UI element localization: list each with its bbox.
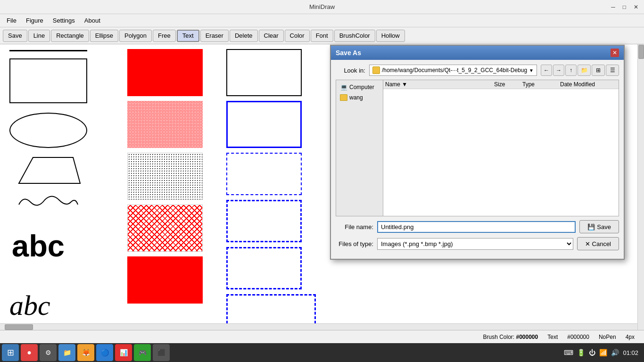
- file-name-input[interactable]: [377, 221, 576, 233]
- menu-bar: File Figure Settings About: [0, 14, 644, 27]
- view-toggle-button[interactable]: ⊞: [592, 65, 605, 76]
- taskbar-icon-1[interactable]: ●: [21, 344, 38, 361]
- place-computer[interactable]: 💻 Computer: [338, 82, 381, 92]
- dialog-close-button[interactable]: ✕: [611, 49, 619, 57]
- brushcolor-button[interactable]: BrushColor: [334, 30, 375, 42]
- rectangle-button[interactable]: Rectangle: [51, 30, 89, 42]
- files-of-type-label: Files of type:: [336, 240, 373, 247]
- save-button[interactable]: Save: [3, 30, 27, 42]
- detail-view-button[interactable]: ☰: [606, 65, 619, 76]
- path-dropdown-arrow[interactable]: ▼: [529, 68, 534, 73]
- file-type-select[interactable]: Images (*.png *.bmp *.jpg): [377, 238, 573, 250]
- red-solid-rect: [127, 49, 203, 96]
- red-dotted-rect: [127, 101, 203, 148]
- text-label: Text: [547, 334, 558, 340]
- path-bar: /home/wang/Documents/Qt-···t_5_9_2_GCC_6…: [369, 65, 537, 76]
- polygon-button[interactable]: Polygon: [119, 30, 152, 42]
- dialog-save-button[interactable]: 💾 Save: [579, 220, 619, 233]
- blue-outline-rect: [226, 101, 302, 148]
- blue-dashed-rect2: [226, 200, 302, 242]
- minimize-button[interactable]: ─: [609, 4, 617, 10]
- dialog-body: Look in: /home/wang/Documents/Qt-···t_5_…: [331, 60, 624, 259]
- clear-button[interactable]: Clear: [259, 30, 284, 42]
- keyboard-icon: ⌨: [564, 349, 573, 356]
- nav-up-button[interactable]: ↑: [565, 65, 577, 76]
- restore-button[interactable]: □: [621, 4, 628, 10]
- pen-label: NoPen: [599, 334, 616, 340]
- line-button[interactable]: Line: [28, 30, 50, 42]
- dialog-title-bar: Save As ✕: [331, 46, 624, 60]
- files-of-type-row: Files of type: Images (*.png *.bmp *.jpg…: [336, 237, 619, 250]
- look-in-label: Look in:: [336, 67, 365, 74]
- taskbar-icon-5[interactable]: 🔵: [96, 344, 113, 361]
- place-computer-label: Computer: [349, 84, 374, 90]
- taskbar: ⊞ ● ⚙ 📁 🦊 🔵 📊 🎮 ⬛ ⌨ 🔋 ⏻ 📶 🔊 01:02: [0, 343, 644, 362]
- svg-marker-0: [19, 157, 80, 183]
- start-button[interactable]: ⊞: [2, 344, 19, 361]
- title-bar: MiniDraw ─ □ ✕: [0, 0, 644, 14]
- free-button[interactable]: Free: [153, 30, 176, 42]
- folder-icon: [372, 66, 380, 74]
- taskbar-icon-4[interactable]: 🦊: [77, 344, 94, 361]
- nav-buttons: ← → ↑ 📁 ⊞ ☰: [541, 65, 619, 76]
- cross-pattern-rect: [127, 205, 203, 252]
- menu-file[interactable]: File: [2, 15, 21, 26]
- vertical-scrollbar[interactable]: [637, 44, 644, 330]
- hollow-button[interactable]: Hollow: [376, 30, 405, 42]
- place-wang[interactable]: wang: [338, 92, 381, 103]
- taskbar-icon-6[interactable]: 📊: [115, 344, 132, 361]
- cancel-icon: ✕: [585, 240, 590, 247]
- save-dialog: Save As ✕ Look in: /home/wang/Documents/…: [330, 45, 625, 260]
- new-folder-button[interactable]: 📁: [578, 65, 591, 76]
- horizontal-scrollbar[interactable]: [0, 323, 637, 330]
- menu-settings[interactable]: Settings: [48, 15, 80, 26]
- taskbar-right: ⌨ 🔋 ⏻ 📶 🔊 01:02: [564, 349, 642, 356]
- places-panel: 💻 Computer wang: [336, 80, 383, 216]
- col-size-header[interactable]: Size: [494, 81, 522, 88]
- file-list-area[interactable]: Name ▼ Size Type Date Modified: [383, 80, 619, 216]
- polygon-shape: [7, 155, 90, 186]
- free-shape: [14, 190, 80, 219]
- taskbar-icon-3[interactable]: 📁: [58, 344, 75, 361]
- place-wang-label: wang: [349, 94, 363, 101]
- wifi-icon: 📶: [599, 349, 607, 356]
- col-type-header[interactable]: Type: [522, 81, 560, 88]
- col-date-header[interactable]: Date Modified: [560, 81, 617, 88]
- dialog-cancel-button[interactable]: ✕ Cancel: [577, 237, 619, 250]
- taskbar-icon-7[interactable]: 🎮: [134, 344, 151, 361]
- taskbar-icon-2[interactable]: ⚙: [40, 344, 57, 361]
- save-icon: 💾: [587, 223, 595, 230]
- delete-button[interactable]: Delete: [230, 30, 258, 42]
- toolbar: Save Line Rectangle Ellipse Polygon Free…: [0, 27, 644, 44]
- file-browser: 💻 Computer wang Name ▼ Size Type Date Mo: [336, 80, 619, 216]
- blue-dashed-rect3: [226, 247, 302, 289]
- text-button[interactable]: Text: [177, 30, 199, 42]
- font-button[interactable]: Font: [311, 30, 333, 42]
- file-name-row: File name: 💾 Save: [336, 220, 619, 233]
- eraser-button[interactable]: Eraser: [200, 30, 229, 42]
- nav-forward-button[interactable]: →: [553, 65, 564, 76]
- line-shape: [9, 50, 87, 51]
- computer-icon: 💻: [340, 83, 347, 91]
- save-btn-label: Save: [597, 223, 611, 230]
- color-button[interactable]: Color: [285, 30, 310, 42]
- col-name-header[interactable]: Name ▼: [385, 81, 494, 88]
- ellipse-button[interactable]: Ellipse: [90, 30, 118, 42]
- px-label: 4px: [626, 334, 635, 340]
- menu-about[interactable]: About: [80, 15, 105, 26]
- nav-back-button[interactable]: ←: [541, 65, 552, 76]
- blue-dashed-rect1: [226, 153, 302, 195]
- ellipse-shape: [9, 113, 87, 148]
- menu-figure[interactable]: Figure: [21, 15, 48, 26]
- text-abc-shape: abc: [12, 228, 65, 263]
- close-button[interactable]: ✕: [632, 4, 640, 10]
- taskbar-icon-8[interactable]: ⬛: [153, 344, 170, 361]
- clock: 01:02: [623, 349, 638, 356]
- red-solid-rect2: [127, 256, 203, 304]
- white-outline-rect1: [226, 49, 302, 96]
- folder-sm-icon: [340, 94, 347, 101]
- path-text: /home/wang/Documents/Qt-···t_5_9_2_GCC_6…: [382, 67, 527, 74]
- volume-icon: 🔊: [611, 349, 619, 356]
- text-color-value: #000000: [567, 334, 589, 340]
- rect-outline-shape: [9, 58, 87, 103]
